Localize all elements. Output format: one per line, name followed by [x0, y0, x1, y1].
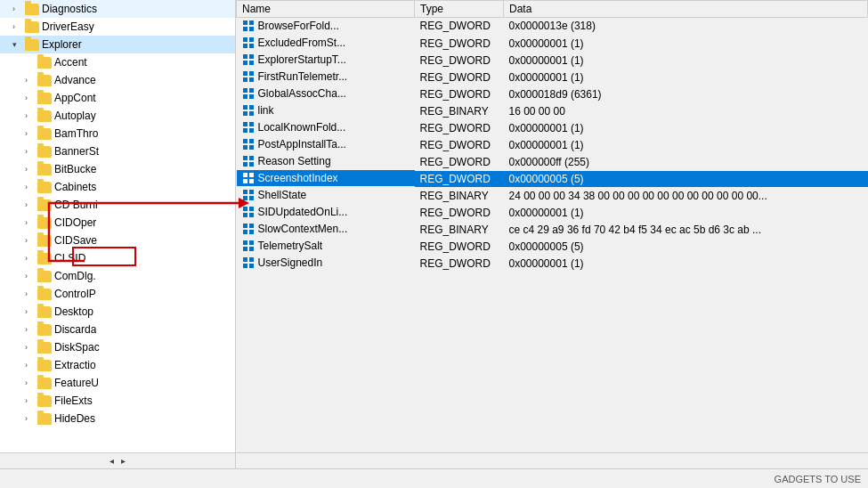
tree-arrow-appcont[interactable] [25, 94, 37, 102]
registry-row-excludedfromst[interactable]: ExcludedFromSt...REG_DWORD0x00000001 (1) [237, 35, 868, 52]
tree-item-desktop[interactable]: Desktop [0, 303, 235, 321]
tree-label-cidsave: CIDSave [54, 234, 97, 247]
tree-arrow-advance[interactable] [25, 76, 37, 85]
tree-item-cdburni[interactable]: CD Burni [0, 196, 235, 214]
svg-rect-1 [249, 20, 254, 25]
tree-arrow-drivereasy[interactable] [12, 22, 25, 31]
svg-rect-55 [249, 247, 254, 251]
folder-icon-desktop [37, 306, 52, 318]
svg-rect-47 [249, 213, 254, 217]
tree-arrow-controlp[interactable] [25, 289, 37, 298]
tree-arrow-bamthro[interactable] [25, 129, 37, 138]
svg-rect-25 [249, 122, 254, 126]
tree-item-clsid[interactable]: CLSID [0, 249, 235, 267]
tree-item-comdlg[interactable]: ComDlg. [0, 267, 235, 285]
registry-name-text-screenshotindex: ScreenshotIndex [258, 172, 338, 184]
registry-name-localknownfold: LocalKnownFold... [237, 119, 415, 136]
tree-arrow-discarda[interactable] [25, 325, 37, 334]
registry-row-browseforfold[interactable]: BrowseForFold...REG_DWORD0x0000013e (318… [237, 18, 868, 36]
tree-arrow-fileexts[interactable] [25, 396, 37, 405]
registry-type-sidupdatedonli: REG_DWORD [415, 204, 504, 221]
folder-icon-autoplay [37, 110, 52, 122]
folder-icon-cdburni [37, 199, 52, 211]
tree-arrow-cabinets[interactable] [25, 183, 37, 191]
registry-row-slowcontextmen[interactable]: SlowContextMen...REG_BINARYce c4 29 a9 3… [237, 221, 868, 238]
tree-item-diagnostics[interactable]: Diagnostics [0, 0, 235, 18]
svg-rect-8 [243, 54, 247, 59]
tree-item-featureu[interactable]: FeatureU [0, 374, 235, 392]
tree-arrow-diagnostics[interactable] [12, 4, 25, 13]
tree-item-fileexts[interactable]: FileExts [0, 392, 235, 410]
registry-row-firstruntelemetr[interactable]: FirstRunTelemetr...REG_DWORD0x00000001 (… [237, 69, 868, 85]
tree-arrow-hidedes[interactable] [25, 414, 37, 423]
scroll-left-arrow[interactable]: ◂ [106, 456, 118, 466]
svg-rect-38 [243, 179, 247, 183]
tree-arrow-autoplay[interactable] [25, 111, 37, 120]
tree-item-discarda[interactable]: Discarda [0, 321, 235, 338]
values-scrollbar[interactable] [236, 453, 868, 469]
tree-arrow-cidoper[interactable] [25, 218, 37, 227]
values-wrapper[interactable]: Name Type Data BrowseForFold...REG_DWORD… [236, 0, 868, 452]
tree-item-bamthro[interactable]: BamThro [0, 125, 235, 142]
registry-row-globalassoccha[interactable]: GlobalAssocCha...REG_DWORD0x000018d9 (63… [237, 85, 868, 102]
registry-row-usersignedin[interactable]: UserSignedInREG_DWORD0x00000001 (1) [237, 255, 868, 272]
registry-icon-screenshotindex [242, 172, 255, 184]
folder-icon-hidedes [37, 413, 52, 425]
scroll-right-arrow[interactable]: ▸ [118, 456, 129, 466]
tree-arrow-featureu[interactable] [25, 378, 37, 387]
tree-arrow-extractio[interactable] [25, 361, 37, 370]
tree-item-autoplay[interactable]: Autoplay [0, 107, 235, 125]
tree-arrow-bannerst[interactable] [25, 147, 37, 156]
tree-item-explorer[interactable]: Explorer [0, 36, 235, 53]
tree-item-drivereasy[interactable]: DriverEasy [0, 18, 235, 36]
folder-icon-controlp [37, 289, 52, 300]
registry-row-reasonsetting[interactable]: Reason SettingREG_DWORD0x000000ff (255) [237, 153, 868, 170]
registry-row-shellstate[interactable]: ShellStateREG_BINARY24 00 00 00 34 38 00… [237, 187, 868, 204]
tree-item-cidsave[interactable]: CIDSave [0, 232, 235, 249]
registry-row-explorerstartup[interactable]: ExplorerStartupT...REG_DWORD0x00000001 (… [237, 52, 868, 69]
registry-name-text-reasonsetting: Reason Setting [258, 155, 331, 167]
svg-rect-32 [243, 156, 247, 160]
registry-name-reasonsetting: Reason Setting [237, 153, 415, 170]
svg-rect-11 [249, 61, 254, 65]
svg-rect-31 [249, 145, 254, 150]
tree-item-appcont[interactable]: AppCont [0, 89, 235, 107]
tree-arrow-cidsave[interactable] [25, 236, 37, 245]
registry-row-postappinstalla[interactable]: PostAppInstallTa...REG_DWORD0x00000001 (… [237, 136, 868, 153]
svg-rect-21 [249, 105, 254, 110]
registry-type-usersignedin: REG_DWORD [415, 255, 504, 272]
registry-row-sidupdatedonli[interactable]: SIDUpdatedOnLi...REG_DWORD0x00000001 (1) [237, 204, 868, 221]
tree-arrow-cdburni[interactable] [25, 200, 37, 209]
tree-arrow-bitbucke[interactable] [25, 165, 37, 174]
tree-item-bannerst[interactable]: BannerSt [0, 142, 235, 160]
values-panel: Name Type Data BrowseForFold...REG_DWORD… [236, 0, 868, 452]
registry-name-text-shellstate: ShellState [258, 189, 307, 201]
tree-item-diskspac[interactable]: DiskSpac [0, 338, 235, 356]
tree-item-bitbucke[interactable]: BitBucke [0, 160, 235, 178]
tree-scrollbar[interactable]: ◂ ▸ [0, 453, 236, 469]
tree-label-extractio: Extractio [54, 359, 96, 371]
registry-data-explorerstartup: 0x00000001 (1) [504, 52, 868, 69]
tree-arrow-desktop[interactable] [25, 307, 37, 316]
registry-row-telemetrysalt[interactable]: TelemetrySaltREG_DWORD0x00000005 (5) [237, 238, 868, 255]
tree-arrow-explorer[interactable] [12, 40, 25, 49]
tree-item-advance[interactable]: Advance [0, 71, 235, 89]
registry-row-localknownfold[interactable]: LocalKnownFold...REG_DWORD0x00000001 (1) [237, 119, 868, 136]
tree-item-cidoper[interactable]: CIDOper [0, 214, 235, 232]
tree-item-hidedes[interactable]: HideDes [0, 410, 235, 427]
tree-item-accent[interactable]: Accent [0, 53, 235, 71]
tree-item-controlp[interactable]: ControlP [0, 285, 235, 303]
tree-item-cabinets[interactable]: Cabinets [0, 178, 235, 196]
registry-row-screenshotindex[interactable]: ScreenshotIndexREG_DWORD0x00000005 (5) [237, 170, 868, 187]
registry-name-text-slowcontextmen: SlowContextMen... [258, 223, 348, 235]
registry-row-link[interactable]: linkREG_BINARY16 00 00 00 [237, 102, 868, 119]
tree-arrow-diskspac[interactable] [25, 343, 37, 352]
svg-rect-37 [249, 173, 254, 177]
tree-item-extractio[interactable]: Extractio [0, 356, 235, 374]
svg-rect-51 [249, 230, 254, 234]
tree-arrow-clsid[interactable] [25, 254, 37, 263]
registry-name-text-localknownfold: LocalKnownFold... [258, 121, 346, 134]
tree-label-fileexts: FileExts [54, 394, 93, 407]
tree-arrow-comdlg[interactable] [25, 272, 37, 281]
registry-type-link: REG_BINARY [415, 102, 504, 119]
